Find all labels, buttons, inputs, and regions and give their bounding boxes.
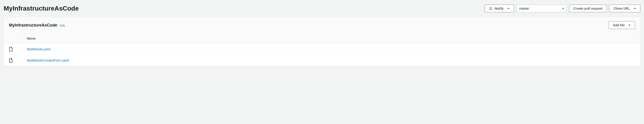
bell-icon <box>489 7 493 10</box>
create-pr-label: Create pull request <box>574 7 603 10</box>
file-icon <box>9 47 22 52</box>
col-icon-spacer <box>9 36 22 41</box>
info-link[interactable]: Info <box>60 24 65 27</box>
branch-selected-value: master <box>519 7 529 10</box>
add-file-label: Add file <box>613 23 625 27</box>
branch-select[interactable]: master <box>516 4 567 12</box>
notify-button[interactable]: Notify <box>484 4 514 12</box>
create-pull-request-button[interactable]: Create pull request <box>569 4 607 12</box>
caret-down-icon <box>562 8 564 9</box>
table-row: MyWebsiteContactForm.yaml <box>4 55 640 66</box>
repository-panel: MyInfrastructureAsCode Info Add file Nam… <box>4 17 640 66</box>
caret-down-icon <box>634 8 636 9</box>
clone-url-label: Clone URL <box>614 7 630 10</box>
page-title: MyInfrastructureAsCode <box>4 5 79 12</box>
file-link[interactable]: MyWebsiteContactForm.yaml <box>22 59 69 62</box>
table-row: MyWebsite.yaml <box>4 44 640 55</box>
panel-header: MyInfrastructureAsCode Info Add file <box>4 17 640 33</box>
panel-title-wrap: MyInfrastructureAsCode Info <box>9 23 65 28</box>
file-link[interactable]: MyWebsite.yaml <box>22 47 50 51</box>
add-file-button[interactable]: Add file <box>609 21 635 29</box>
header-actions: Notify master Create pull request Clone … <box>484 4 640 12</box>
page-header: MyInfrastructureAsCode Notify master Cre… <box>4 0 640 17</box>
caret-down-icon <box>628 25 631 26</box>
table-header: Name <box>4 33 640 44</box>
clone-url-button[interactable]: Clone URL <box>609 4 640 12</box>
caret-down-icon <box>507 8 510 9</box>
notify-label: Notify <box>494 7 504 10</box>
file-icon <box>9 58 22 63</box>
col-name-header: Name <box>22 37 36 40</box>
panel-title: MyInfrastructureAsCode <box>9 23 57 28</box>
